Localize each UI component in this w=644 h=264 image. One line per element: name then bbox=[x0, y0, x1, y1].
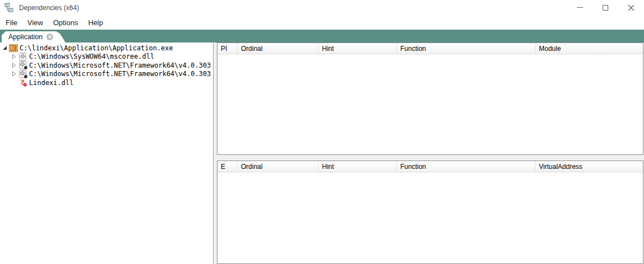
horizontal-splitter[interactable] bbox=[217, 155, 643, 161]
close-icon bbox=[628, 4, 634, 11]
application-icon bbox=[9, 44, 18, 52]
tab-close-icon[interactable]: ✕ bbox=[46, 34, 53, 40]
dll-icon bbox=[18, 53, 27, 61]
menu-bar: File View Options Help bbox=[0, 15, 644, 30]
imports-grid-header: PI Ordinal Hint Function Module bbox=[217, 43, 643, 54]
column-header-module[interactable]: Module bbox=[536, 43, 643, 54]
expand-toggle-icon[interactable] bbox=[10, 63, 18, 68]
menu-file[interactable]: File bbox=[1, 15, 22, 30]
expand-toggle-icon[interactable] bbox=[10, 71, 18, 77]
maximize-icon bbox=[603, 5, 608, 11]
tree-item-framework64-clrjit[interactable]: C:\Windows\Microsoft.NET\Framework64\v4.… bbox=[0, 70, 213, 79]
app-window: Dependencies (x64) File View Options Hel… bbox=[0, 0, 644, 264]
tree-item-application-exe[interactable]: C:\lindexi\Application\Application.exe bbox=[0, 44, 213, 53]
main-content: C:\lindexi\Application\Application.exe bbox=[0, 43, 644, 264]
tree-item-label: C:\Windows\SysWOW64\mscoree.dll bbox=[29, 53, 154, 60]
maximize-button[interactable] bbox=[593, 0, 618, 15]
detail-pane: PI Ordinal Hint Function Module E Ordina… bbox=[217, 43, 644, 264]
expand-toggle-icon[interactable] bbox=[10, 54, 18, 59]
column-header-e[interactable]: E bbox=[217, 161, 238, 172]
tree-item-label: C:\Windows\Microsoft.NET\Framework64\v4.… bbox=[29, 62, 211, 69]
tab-strip: Application ✕ bbox=[0, 30, 644, 43]
imports-grid: PI Ordinal Hint Function Module bbox=[217, 43, 643, 155]
tree-item-mscoree-dll[interactable]: C:\Windows\SysWOW64\mscoree.dll bbox=[0, 53, 213, 62]
dll-delayload-icon bbox=[18, 61, 27, 69]
column-header-pi[interactable]: PI bbox=[217, 43, 238, 54]
minimize-button[interactable] bbox=[567, 0, 593, 15]
tree-item-label: Lindexi.dll bbox=[29, 79, 73, 87]
window-title: Dependencies (x64) bbox=[19, 4, 79, 12]
close-button[interactable] bbox=[618, 0, 644, 15]
column-header-hint[interactable]: Hint bbox=[319, 43, 397, 54]
column-header-ordinal[interactable]: Ordinal bbox=[238, 43, 319, 54]
column-header-function[interactable]: Function bbox=[397, 161, 536, 172]
dll-delayload-icon bbox=[18, 70, 27, 78]
tab-application[interactable]: Application ✕ bbox=[2, 31, 65, 43]
tree-item-framework64-clr[interactable]: C:\Windows\Microsoft.NET\Framework64\v4.… bbox=[0, 61, 213, 70]
column-header-function[interactable]: Function bbox=[397, 43, 536, 54]
imports-grid-body bbox=[217, 54, 643, 154]
collapse-toggle-icon[interactable] bbox=[0, 45, 9, 50]
exports-grid-header: E Ordinal Hint Function VirtualAddress bbox=[217, 161, 643, 172]
tree-item-lindexi-dll[interactable]: ? Lindexi.dll bbox=[0, 78, 213, 87]
column-header-virtualaddress[interactable]: VirtualAddress bbox=[536, 161, 643, 172]
column-header-hint[interactable]: Hint bbox=[319, 161, 397, 172]
missing-module-icon: ? bbox=[18, 78, 27, 87]
minimize-icon bbox=[577, 7, 583, 8]
dependency-tree: C:\lindexi\Application\Application.exe bbox=[0, 43, 214, 264]
menu-help[interactable]: Help bbox=[83, 15, 108, 30]
tab-label: Application bbox=[8, 33, 42, 41]
tree-item-label: C:\lindexi\Application\Application.exe bbox=[20, 44, 173, 52]
exports-grid-body bbox=[217, 172, 643, 263]
column-header-ordinal[interactable]: Ordinal bbox=[238, 161, 319, 172]
menu-options[interactable]: Options bbox=[48, 15, 83, 30]
title-bar: Dependencies (x64) bbox=[0, 0, 644, 15]
window-controls bbox=[567, 0, 644, 15]
app-logo-icon bbox=[4, 3, 14, 12]
menu-view[interactable]: View bbox=[22, 15, 48, 30]
exports-grid: E Ordinal Hint Function VirtualAddress bbox=[217, 161, 643, 264]
tree-item-label: C:\Windows\Microsoft.NET\Framework64\v4.… bbox=[29, 70, 211, 78]
